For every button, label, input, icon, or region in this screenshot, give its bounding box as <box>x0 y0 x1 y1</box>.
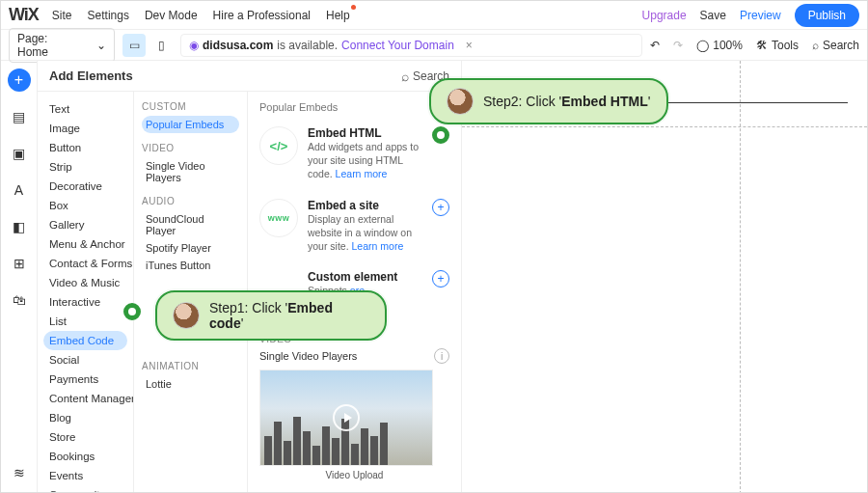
cat-community[interactable]: Community <box>43 485 127 493</box>
embed-html-learn[interactable]: Learn more <box>336 168 388 179</box>
cat-payments[interactable]: Payments <box>43 370 127 389</box>
content-video-row: Single Video Players i <box>259 348 449 364</box>
info-icon[interactable]: i <box>434 348 449 364</box>
wix-logo: WiX <box>9 5 39 25</box>
rail-text-icon[interactable]: A <box>8 178 31 202</box>
menu-hire[interactable]: Hire a Professional <box>213 9 311 22</box>
chevron-down-icon: ⌄ <box>96 39 106 52</box>
rail-media-icon[interactable]: ⊞ <box>8 252 31 275</box>
domain-name: didsusa.com <box>203 39 273 52</box>
thumb-caption: Video Upload <box>259 470 449 480</box>
menu-devmode[interactable]: Dev Mode <box>145 9 198 22</box>
upgrade-link[interactable]: Upgrade <box>642 9 687 22</box>
www-icon: www <box>259 199 298 237</box>
menu-help[interactable]: Help <box>326 9 350 22</box>
toolbar-right: ↶ ↷ ◯100% 🛠Tools ⌕Search <box>650 39 859 52</box>
category-column: Text Image Button Strip Decorative Box G… <box>38 92 134 493</box>
cat-text[interactable]: Text <box>43 99 127 119</box>
editor-canvas[interactable] <box>462 61 867 493</box>
content-section-title: Popular Embeds <box>259 101 449 113</box>
sub-head-custom: CUSTOM <box>142 101 239 112</box>
sub-spotify[interactable]: Spotify Player <box>142 239 239 257</box>
cat-events[interactable]: Events <box>43 466 127 485</box>
cat-store[interactable]: Store <box>43 427 127 447</box>
save-button[interactable]: Save <box>700 9 726 22</box>
publish-button[interactable]: Publish <box>795 4 859 27</box>
menu-settings[interactable]: Settings <box>88 9 129 22</box>
search-icon: ⌕ <box>812 39 819 52</box>
top-right-actions: Upgrade Save Preview Publish <box>642 4 859 27</box>
domain-status: is available. <box>277 39 338 52</box>
cat-video[interactable]: Video & Music <box>43 273 127 292</box>
domain-bar[interactable]: ◉ didsusa.com is available. Connect Your… <box>180 34 642 57</box>
cat-contact[interactable]: Contact & Forms <box>43 254 127 273</box>
panel-header: Add Elements Search <box>38 61 461 92</box>
connect-domain-link[interactable]: Connect Your Domain <box>341 39 454 52</box>
embed-site-row[interactable]: www Embed a site Display an external web… <box>259 199 449 254</box>
cat-menu[interactable]: Menu & Anchor <box>43 234 127 254</box>
mobile-view-button[interactable]: ▯ <box>149 34 173 57</box>
editor-main: + ▤ ▣ A ◧ ⊞ 🛍 ≋ Add Elements Search Text… <box>1 61 867 493</box>
status-dot-icon: ◉ <box>189 39 199 52</box>
embed-html-row[interactable]: </> Embed HTML Add widgets and apps to y… <box>259 126 449 181</box>
page-selector[interactable]: Page: Home ⌄ <box>9 28 115 63</box>
rail-pages-icon[interactable]: ▤ <box>8 105 31 128</box>
redo-button[interactable]: ↷ <box>673 39 683 52</box>
sub-head-video: VIDEO <box>142 143 239 153</box>
zoom-control[interactable]: ◯100% <box>696 39 743 52</box>
sub-soundcloud[interactable]: SoundCloud Player <box>142 210 239 239</box>
undo-button[interactable]: ↶ <box>650 39 660 52</box>
rail-design-icon[interactable]: ▣ <box>8 142 31 165</box>
search-button[interactable]: ⌕Search <box>812 39 859 52</box>
play-icon <box>333 404 360 431</box>
sub-head-anim: ANIMATION <box>142 361 239 371</box>
cat-content-manager[interactable]: Content Manager <box>43 389 127 408</box>
embed-html-title: Embed HTML <box>308 126 422 140</box>
desktop-view-button[interactable]: ▭ <box>122 34 146 57</box>
step1-callout: Step1: Click 'Embed code' <box>155 290 387 341</box>
app-topbar: WiX Site Settings Dev Mode Hire a Profes… <box>1 1 867 30</box>
cat-strip[interactable]: Strip <box>43 157 127 177</box>
add-embed-site-button[interactable]: + <box>432 199 449 216</box>
rail-store-icon[interactable]: 🛍 <box>8 288 31 312</box>
device-switch: ▭ ▯ <box>122 34 173 57</box>
search-label: Search <box>823 39 859 52</box>
add-custom-element-button[interactable]: + <box>432 270 449 288</box>
panel-title: Add Elements <box>49 68 133 83</box>
sub-itunes[interactable]: iTunes Button <box>142 257 239 274</box>
sub-popular-embeds[interactable]: Popular Embeds <box>142 116 239 133</box>
cat-social[interactable]: Social <box>43 350 127 370</box>
avatar-icon <box>447 88 474 115</box>
sub-head-audio: AUDIO <box>142 196 239 206</box>
cat-embed-code[interactable]: Embed Code <box>43 331 127 350</box>
menu-site[interactable]: Site <box>52 9 72 22</box>
cat-box[interactable]: Box <box>43 196 127 215</box>
video-thumbnail[interactable] <box>259 370 433 466</box>
wrench-icon: 🛠 <box>756 39 768 52</box>
step1-marker <box>123 303 141 320</box>
sub-single-video[interactable]: Single Video Players <box>142 157 239 186</box>
rail-layers-icon[interactable]: ≋ <box>8 461 31 484</box>
close-icon[interactable]: × <box>466 39 473 52</box>
canvas-horizontal-guide <box>462 126 867 127</box>
cat-gallery[interactable]: Gallery <box>43 215 127 234</box>
rail-apps-icon[interactable]: ◧ <box>8 215 31 238</box>
add-elements-button[interactable]: + <box>8 68 31 92</box>
code-icon: </> <box>259 126 298 165</box>
tools-button[interactable]: 🛠Tools <box>756 39 799 52</box>
single-video-label: Single Video Players <box>259 350 357 362</box>
preview-button[interactable]: Preview <box>740 9 781 22</box>
tools-label: Tools <box>772 39 799 52</box>
sub-lottie[interactable]: Lottie <box>142 375 239 393</box>
cat-decorative[interactable]: Decorative <box>43 177 127 196</box>
step1-suffix: ' <box>241 315 244 331</box>
cat-interactive[interactable]: Interactive <box>43 292 127 312</box>
cat-blog[interactable]: Blog <box>43 408 127 427</box>
step2-callout: Step2: Click 'Embed HTML' <box>429 78 668 124</box>
cat-bookings[interactable]: Bookings <box>43 447 127 466</box>
avatar-icon <box>173 302 200 329</box>
cat-image[interactable]: Image <box>43 119 127 138</box>
embed-site-learn[interactable]: Learn more <box>352 240 404 252</box>
cat-button[interactable]: Button <box>43 138 127 157</box>
cat-list[interactable]: List <box>43 312 127 331</box>
